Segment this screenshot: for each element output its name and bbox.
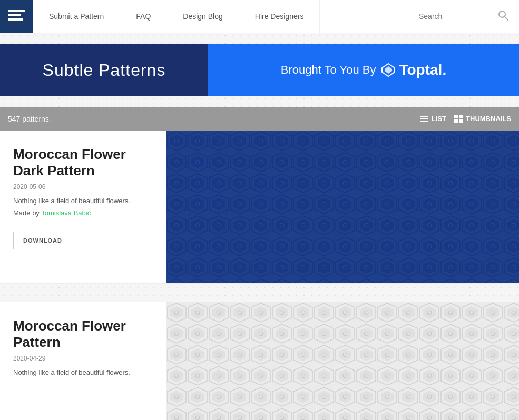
svg-marker-6	[385, 66, 392, 74]
toptal-logo: Toptal.	[381, 62, 446, 78]
svg-point-3	[499, 11, 505, 17]
svg-rect-0	[8, 10, 25, 12]
search-input[interactable]	[419, 12, 493, 21]
banner-right: Brought To You By Toptal.	[208, 44, 519, 96]
pattern-info: Moroccan Flower Dark Pattern 2020-05-06 …	[0, 131, 166, 283]
pattern-item: Moroccan Flower Pattern 2020-04-29 Nothi…	[0, 302, 519, 420]
patterns-list: Moroccan Flower Dark Pattern 2020-05-06 …	[0, 131, 519, 420]
banner-patterns-word: Patterns	[99, 61, 165, 79]
nav-hire-designers[interactable]: Hire Designers	[239, 0, 320, 33]
svg-rect-12	[166, 302, 519, 420]
pattern-count: 547 patterns.	[8, 115, 51, 123]
search-icon[interactable]	[498, 10, 508, 23]
pattern-title: Moroccan Flower Pattern	[13, 318, 153, 351]
view-controls: LIST THUMBNAILS	[420, 115, 511, 123]
pattern-preview-dark	[166, 131, 519, 283]
svg-rect-9	[166, 131, 519, 283]
pattern-author: Made by Tomislava Babić	[13, 209, 153, 217]
banner-brought-by: Brought To You By	[281, 63, 376, 77]
nav-faq[interactable]: FAQ	[120, 0, 167, 33]
author-link[interactable]: Tomislava Babić	[41, 209, 91, 217]
pattern-date: 2020-05-06	[13, 183, 153, 191]
nav-links: Submit a Pattern FAQ Design Blog Hire De…	[33, 0, 408, 33]
pattern-preview-light	[166, 302, 519, 420]
thumbnails-icon	[454, 115, 463, 123]
svg-rect-2	[8, 18, 23, 21]
banner-title: Subtle Patterns	[43, 61, 166, 80]
pattern-item: Moroccan Flower Dark Pattern 2020-05-06 …	[0, 131, 519, 284]
thumbnails-view-button[interactable]: THUMBNAILS	[454, 115, 511, 123]
pattern-description: Nothing like a field of beautiful flower…	[13, 368, 153, 376]
pattern-date: 2020-04-29	[13, 355, 153, 362]
banner: Subtle Patterns Brought To You By Toptal…	[0, 44, 519, 96]
search-area	[408, 10, 519, 23]
navigation: Submit a Pattern FAQ Design Blog Hire De…	[0, 0, 519, 33]
toolbar: 547 patterns. LIST THUMBNAILS	[0, 107, 519, 131]
list-view-button[interactable]: LIST	[420, 115, 446, 123]
list-label: LIST	[432, 115, 446, 123]
banner-left: Subtle Patterns	[0, 44, 208, 96]
nav-submit-pattern[interactable]: Submit a Pattern	[33, 0, 120, 33]
svg-rect-1	[8, 14, 21, 16]
list-icon	[420, 116, 428, 122]
gap-section	[0, 284, 519, 302]
banner-subtle: Subtle	[43, 61, 94, 79]
nav-design-blog[interactable]: Design Blog	[167, 0, 239, 33]
svg-line-4	[505, 17, 508, 20]
toptal-name: Toptal.	[399, 62, 446, 78]
pattern-info: Moroccan Flower Pattern 2020-04-29 Nothi…	[0, 302, 166, 420]
site-logo[interactable]	[0, 0, 33, 33]
download-button[interactable]: DOWNLOAD	[13, 232, 72, 249]
thumbnails-label: THUMBNAILS	[466, 115, 511, 123]
banner-toptal: Brought To You By Toptal.	[281, 62, 446, 78]
pattern-description: Nothing like a field of beautiful flower…	[13, 197, 153, 205]
pattern-title: Moroccan Flower Dark Pattern	[13, 146, 153, 179]
